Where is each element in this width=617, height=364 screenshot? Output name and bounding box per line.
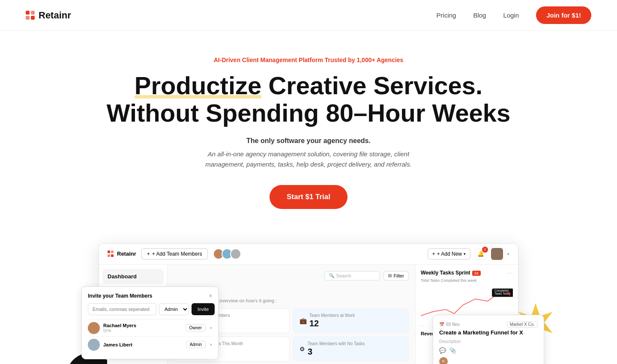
user-avatar-1 [88, 339, 100, 351]
hero-title: Productize Creative Services. Without Sp… [9, 72, 608, 127]
nav-blog[interactable]: Blog [473, 12, 486, 19]
chevron-icon-user1: ▾ [210, 343, 212, 347]
db-add-team-label: + Add Team Members [152, 251, 202, 257]
stat-card-1: 💼 Team Members at Work 12 [293, 308, 409, 333]
hero-badge-rest: Trusted by 1,000+ Agencies [323, 57, 403, 63]
invite-role-select[interactable]: Admin [159, 303, 189, 315]
db-addnew-label: + Add New [437, 251, 462, 257]
chevron-down-icon: ▾ [464, 252, 466, 256]
db-toolbar: 🔍 Search ⊟ Filter [174, 271, 409, 280]
overlay-task-title: Create a Marketing Funnel for X [439, 329, 538, 336]
overlay-invite-title: Invite your Team Members × [88, 293, 212, 299]
overlay-task-description: Description [439, 339, 538, 344]
svg-text:15: 15 [506, 291, 510, 295]
panel-title: Weekly Tasks Sprint [421, 270, 470, 276]
overlay-task-date: 📅 03 Nov Market X Co. [439, 321, 538, 328]
stat-val-3: 3 [308, 347, 365, 357]
close-icon[interactable]: × [209, 293, 212, 299]
overlay-user-1: James Libert Admin ▾ [88, 336, 212, 353]
nav-login[interactable]: Login [503, 12, 519, 19]
user-info-1: James Libert [103, 342, 132, 347]
sidebar-item-dashboard[interactable]: Dashboard [102, 269, 164, 284]
overlay-task: 📅 03 Nov Market X Co. Create a Marketing… [433, 315, 544, 364]
navbar: Retainr Pricing Blog Login Join for $1! [0, 0, 617, 31]
user-role-0: Owner [186, 324, 206, 331]
gear-icon: ⚙ [300, 346, 305, 352]
chevron-icon: ▾ [507, 252, 509, 256]
overlay-task-client: Market X Co. [507, 321, 538, 328]
hero-section: AI-Driven Client Management Platform Tru… [0, 31, 617, 226]
message-icon: 💬 [439, 347, 446, 354]
stat-val-1: 12 [309, 319, 355, 328]
search-icon: 🔍 [329, 273, 334, 278]
hero-subtitle: The only software your agency needs. [197, 137, 420, 145]
db-logo-icon [108, 251, 114, 257]
user-handle-0: lyna [103, 328, 136, 333]
db-add-new-btn[interactable]: + + Add New ▾ [428, 248, 470, 260]
db-filter-btn[interactable]: ⊟ Filter [383, 271, 409, 280]
filter-label: Filter [394, 273, 404, 278]
user-info-0: Rachael Myers lyna [103, 323, 136, 333]
search-placeholder: Search [336, 273, 351, 278]
panel-subtitle: Total Tasks Completed this week [421, 278, 513, 283]
overlay-user-0: Rachael Myers lyna Owner ▾ [88, 319, 212, 336]
hero-badge: AI-Driven Client Management Platform Tru… [9, 57, 608, 63]
nav-join-button[interactable]: Join for $1! [536, 6, 591, 24]
db-topbar-left: Retainr + + Add Team Members [108, 248, 241, 260]
avatar-3 [230, 248, 241, 260]
db-user-avatar[interactable] [491, 248, 503, 260]
more-icon: ⋯ [507, 270, 513, 277]
overlay-task-icons: 💬 📎 [439, 347, 538, 354]
briefcase-icon: 💼 [300, 317, 307, 324]
panel-badge: 34 [472, 271, 481, 276]
stat-label-3: Team Members with No Tasks [308, 341, 365, 346]
calendar-icon: 📅 [439, 322, 444, 327]
logo-text: Retainr [39, 10, 71, 21]
overlay-invite: Invite your Team Members × Admin Invite … [81, 286, 219, 359]
user-avatar-0 [88, 322, 100, 334]
db-notification-badge: 2 [482, 247, 488, 253]
plus-icon: + [147, 251, 150, 257]
db-topbar-right: + + Add New ▾ 🔔 2 ▾ [428, 248, 509, 260]
db-topbar: Retainr + + Add Team Members + + Add New… [99, 244, 518, 265]
chevron-icon-user0: ▾ [210, 326, 212, 330]
hero-title-line2: Without Spending 80–Hour Weeks [9, 99, 608, 127]
logo-icon [26, 11, 35, 20]
plus-icon-2: + [432, 251, 435, 257]
db-logo: Retainr [108, 251, 136, 257]
hero-title-word1: Productize [135, 72, 262, 99]
user-name-0: Rachael Myers [103, 323, 136, 328]
db-search[interactable]: 🔍 Search [324, 271, 380, 280]
db-logo-text: Retainr [117, 251, 136, 257]
hero-cta-button[interactable]: Start $1 Trial [270, 185, 347, 209]
nav-pricing[interactable]: Pricing [437, 12, 456, 19]
nav-links: Pricing Blog Login Join for $1! [437, 6, 591, 24]
user-name-1: James Libert [103, 342, 132, 347]
hero-description: An all-in-one agency management solution… [197, 149, 420, 170]
db-bell-button[interactable]: 🔔 2 [475, 248, 487, 260]
filter-icon: ⊟ [388, 273, 392, 278]
stat-label-1: Team Members at Work [309, 313, 355, 318]
invite-email-input[interactable] [88, 303, 156, 315]
hero-title-line1: Productize Creative Services. [9, 72, 608, 99]
db-add-team-btn[interactable]: + + Add Team Members [141, 248, 208, 260]
overlay-invite-form: Admin Invite [88, 303, 212, 315]
task-assignee-avatar: R [439, 357, 448, 364]
hero-title-rest: Creative Services. [261, 72, 482, 99]
user-role-1: Admin [186, 341, 206, 348]
hero-badge-orange: AI-Driven Client Management Platform [214, 57, 323, 63]
stat-card-3: ⚙ Team Members with No Tasks 3 [293, 337, 409, 361]
dashboard-preview: Retainr + + Add Team Members + + Add New… [99, 243, 518, 364]
attachment-icon: 📎 [449, 347, 456, 354]
invite-button[interactable]: Invite [192, 303, 215, 315]
db-avatars [213, 248, 241, 260]
logo[interactable]: Retainr [26, 10, 71, 21]
overlay-task-date-text: 03 Nov [446, 322, 460, 327]
overlay-invite-title-text: Invite your Team Members [88, 293, 153, 299]
chart-label-1: — [421, 324, 424, 328]
